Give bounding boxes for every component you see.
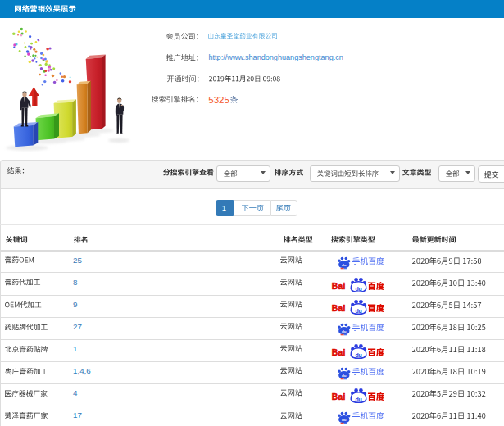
svg-text:du: du [356,285,362,291]
svg-text:du: du [356,397,362,402]
svg-text:du: du [342,263,347,267]
svg-text:du: du [342,329,347,333]
svg-text:Bai: Bai [332,392,346,401]
svg-text:du: du [342,374,347,378]
svg-text:du: du [342,418,347,422]
svg-text:du: du [356,351,362,357]
svg-text:Bai: Bai [332,281,346,290]
svg-text:du: du [356,307,362,313]
svg-text:Bai: Bai [332,303,346,312]
svg-text:Bai: Bai [332,347,346,356]
